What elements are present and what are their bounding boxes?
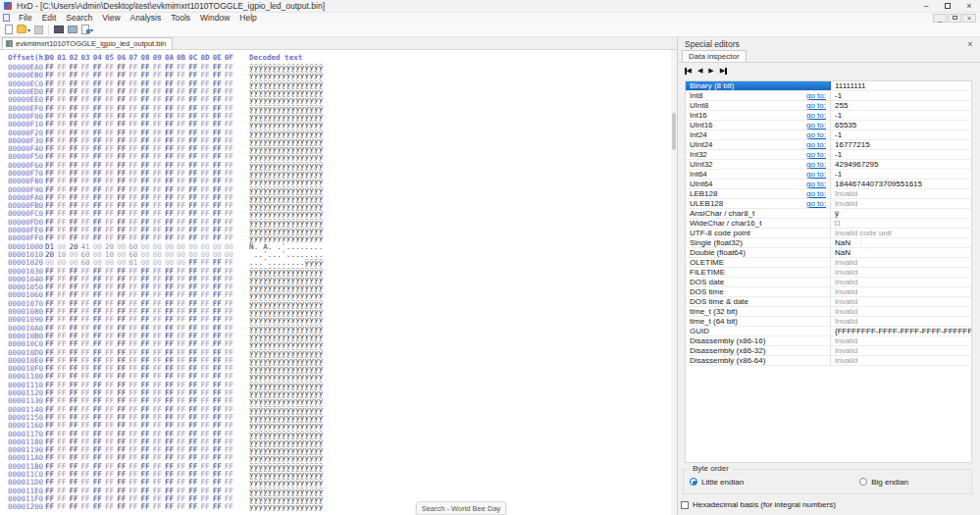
open-file-button[interactable]: ▾ [15, 24, 32, 36]
goto-link[interactable]: go to: [806, 91, 826, 100]
next-byte-button[interactable]: ▶ [708, 67, 713, 75]
save-button[interactable] [32, 24, 45, 36]
hex-row[interactable]: 00001200FFFFFFFFFFFFFFFFFFFFFFFFFFFFFFFF… [0, 503, 671, 511]
inspector-value-cell[interactable]: Invalid [831, 189, 971, 198]
goto-link[interactable]: go to: [806, 160, 826, 169]
goto-link[interactable]: go to: [806, 121, 826, 129]
inspector-row[interactable]: Int24go to:-1 [686, 130, 971, 140]
inspector-type-cell[interactable]: time_t (32 bit) [686, 307, 831, 316]
inspector-row[interactable]: Disassembly (x86-16)Invalid [686, 336, 971, 346]
inspector-value-cell[interactable]: Invalid code unit [831, 229, 971, 237]
inspector-row[interactable]: Disassembly (x86-64)Invalid [686, 356, 971, 366]
inspector-type-cell[interactable]: Int32go to: [686, 150, 831, 159]
taskbar-search-button[interactable]: Search - World Bee Day [416, 501, 506, 515]
inspector-value-cell[interactable]: 18446744073709551615 [831, 180, 971, 188]
hex-view[interactable]: Offset(h) 000102030405060708090A0B0C0D0E… [0, 50, 671, 515]
inspector-type-cell[interactable]: Int8go to: [686, 91, 831, 100]
hex-basis-option[interactable]: Hexadecimal basis (for integral numbers) [681, 500, 836, 509]
goto-link[interactable]: go to: [806, 199, 826, 208]
inspector-value-cell[interactable]: {FFFFFFFF-FFFF-FFFF-FFFF-FFFFFFFFFFFF} [831, 327, 972, 335]
inspector-value-cell[interactable]: Invalid [831, 268, 971, 277]
decoded-text[interactable]: ÿÿÿÿÿÿÿÿÿÿÿÿÿÿÿÿ [249, 503, 323, 511]
inspector-type-cell[interactable]: DOS date [686, 278, 831, 286]
inspector-row[interactable]: AnsiChar / char8_tÿ [686, 209, 971, 219]
inspector-type-cell[interactable]: AnsiChar / char8_t [686, 209, 831, 218]
hex-byte[interactable]: FF [225, 503, 236, 511]
inspector-value-cell[interactable]: -1 [831, 170, 971, 179]
inspector-type-cell[interactable]: Int64go to: [686, 170, 831, 179]
inspector-type-cell[interactable]: ULEB128go to: [686, 199, 831, 208]
inspector-row[interactable]: Disassembly (x86-32)Invalid [686, 346, 971, 356]
inspector-value-cell[interactable]: Invalid [831, 278, 971, 286]
hex-byte[interactable]: FF [188, 503, 200, 511]
inspector-type-cell[interactable]: UInt32go to: [686, 160, 831, 169]
menu-item-edit[interactable]: Edit [37, 13, 62, 23]
inspector-row[interactable]: time_t (64 bit)Invalid [686, 317, 971, 327]
inspector-row[interactable]: UInt64go to:18446744073709551615 [686, 180, 971, 189]
inspector-value-cell[interactable]: Invalid [831, 307, 971, 316]
inspector-value-cell[interactable]: NaN [831, 238, 971, 247]
menu-item-analysis[interactable]: Analysis [126, 13, 167, 23]
open-memory-button[interactable] [66, 24, 79, 36]
goto-link[interactable]: go to: [806, 101, 826, 110]
maximize-button[interactable] [937, 0, 958, 12]
open-disk-image-button[interactable]: ▾ [79, 24, 95, 36]
inspector-row[interactable]: DOS timeInvalid [686, 287, 971, 297]
menu-item-view[interactable]: View [97, 13, 125, 23]
inspector-value-cell[interactable]: 255 [831, 101, 971, 110]
inspector-value-cell[interactable]: 4294967295 [831, 160, 971, 169]
inspector-row[interactable]: WideChar / char16_t□ [686, 219, 971, 229]
inspector-type-cell[interactable]: Single (float32) [686, 238, 831, 247]
inspector-row[interactable]: GUID{FFFFFFFF-FFFF-FFFF-FFFF-FFFFFFFFFFF… [686, 327, 971, 336]
hex-byte[interactable]: FF [105, 422, 117, 430]
inspector-value-cell[interactable]: Invalid [831, 287, 971, 296]
goto-link[interactable]: go to: [806, 189, 826, 198]
inspector-value-cell[interactable]: Invalid [831, 258, 971, 267]
goto-link[interactable]: go to: [806, 130, 826, 139]
first-byte-button[interactable]: ◀ [685, 67, 692, 75]
inspector-type-cell[interactable]: WideChar / char16_t [686, 219, 831, 228]
radio-big-endian[interactable]: Big endian [859, 478, 908, 487]
hex-byte[interactable]: FF [117, 503, 129, 511]
hex-byte[interactable]: FF [200, 422, 212, 430]
inspector-value-cell[interactable]: Invalid [831, 356, 971, 365]
inspector-type-cell[interactable]: Int24go to: [686, 130, 831, 139]
inspector-type-cell[interactable]: Binary (8 bit) [686, 81, 831, 90]
hex-byte[interactable]: FF [69, 422, 80, 430]
inspector-row[interactable]: UInt32go to:4294967295 [686, 160, 971, 170]
menu-item-file[interactable]: File [14, 13, 37, 23]
hex-byte[interactable]: FF [93, 503, 105, 511]
inspector-value-cell[interactable]: Invalid [831, 336, 971, 345]
last-byte-button[interactable]: ▶ [720, 67, 727, 75]
mdi-restore-button[interactable] [948, 14, 961, 23]
radio-little-endian[interactable]: Little endian [690, 478, 744, 487]
hex-byte[interactable]: FF [57, 422, 69, 430]
inspector-value-cell[interactable]: 16777215 [831, 140, 971, 149]
menu-item-search[interactable]: Search [61, 13, 97, 23]
hex-byte[interactable]: FF [81, 422, 93, 430]
hex-byte[interactable]: FF [188, 422, 200, 430]
hex-byte[interactable]: FF [153, 503, 165, 511]
inspector-type-cell[interactable]: GUID [686, 327, 831, 335]
inspector-type-cell[interactable]: Double (float64) [686, 248, 831, 257]
inspector-row[interactable]: Single (float32)NaN [686, 238, 971, 248]
inspector-type-cell[interactable]: time_t (64 bit) [686, 317, 831, 326]
hex-byte[interactable]: FF [141, 422, 153, 430]
hex-byte[interactable]: FF [45, 422, 57, 430]
inspector-value-cell[interactable]: 11111111 [831, 81, 971, 90]
inspector-type-cell[interactable]: UInt8go to: [686, 101, 831, 110]
inspector-row[interactable]: OLETIMEInvalid [686, 258, 971, 268]
inspector-type-cell[interactable]: Disassembly (x86-16) [686, 336, 831, 345]
inspector-value-cell[interactable]: -1 [831, 150, 971, 159]
inspector-type-cell[interactable]: UInt64go to: [686, 180, 831, 188]
inspector-value-cell[interactable]: Invalid [831, 317, 971, 326]
hex-byte[interactable]: FF [45, 503, 57, 511]
new-file-button[interactable] [3, 24, 15, 36]
hex-byte[interactable]: FF [81, 503, 93, 511]
inspector-row[interactable]: UTF-8 code pointInvalid code unit [686, 229, 971, 238]
decoded-text[interactable]: ÿÿÿÿÿÿÿÿÿÿÿÿÿÿÿÿ [249, 422, 323, 430]
hex-byte[interactable]: FF [117, 422, 129, 430]
inspector-value-cell[interactable]: -1 [831, 130, 971, 139]
inspector-type-cell[interactable]: FILETIME [686, 268, 831, 277]
hex-byte[interactable]: FF [57, 503, 69, 511]
